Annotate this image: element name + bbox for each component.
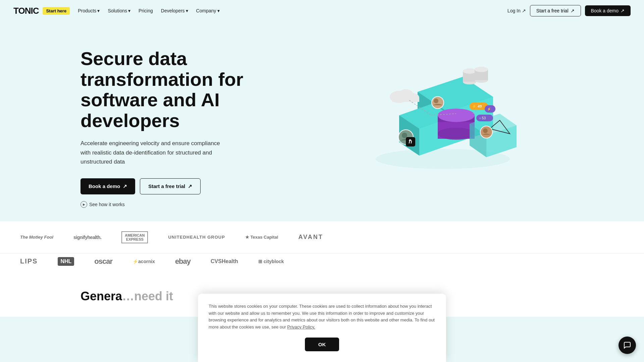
nav-products[interactable]: Products ▾	[74, 6, 103, 15]
svg-point-3	[463, 68, 476, 74]
svg-rect-10	[392, 98, 419, 102]
svg-point-6	[475, 67, 488, 72]
nav-trial-button[interactable]: Start a free trial ↗	[530, 5, 581, 16]
svg-point-15	[438, 128, 475, 140]
logo[interactable]: TONIC	[13, 6, 39, 16]
chat-icon	[623, 341, 631, 349]
logo-acornix: ⚡acornix	[132, 259, 155, 264]
hero-trial-button[interactable]: Start a free trial ↗	[140, 178, 201, 194]
hero-section: Secure data transformation for software …	[0, 21, 644, 221]
external-link-icon: ↗	[621, 8, 625, 13]
logo-avant: AVANT	[298, 234, 323, 241]
svg-text:⚡ 49: ⚡ 49	[472, 104, 482, 109]
logos-row-2: LIPS NHL oscar ⚡acornix ebay CVSHealth ⊞…	[0, 253, 644, 269]
nav-links: Products ▾ Solutions ▾ Pricing Developer…	[74, 6, 507, 15]
cookie-ok-button[interactable]: OK	[305, 338, 339, 351]
start-here-badge[interactable]: Start here	[43, 7, 70, 15]
hero-subtitle: Accelerate engineering velocity and ensu…	[80, 139, 228, 166]
play-circle-icon: ▶	[80, 201, 87, 208]
svg-point-25	[432, 97, 444, 109]
hero-content: Secure data transformation for software …	[80, 42, 248, 208]
logo-cityblock: ⊞ cityblock	[258, 259, 284, 264]
chevron-down-icon: ▾	[128, 8, 130, 13]
external-link-icon: ↗	[123, 183, 127, 189]
svg-text:⚡: ⚡	[487, 107, 491, 111]
svg-point-26	[434, 99, 438, 103]
svg-point-30	[483, 128, 488, 133]
chevron-down-icon: ▾	[217, 8, 220, 13]
logo-ebay: ebay	[175, 257, 191, 266]
hero-illustration-svg: ⚡ 49 ⚡ ○ 53 ℏ	[366, 48, 520, 176]
nav-developers[interactable]: Developers ▾	[158, 6, 192, 15]
hero-illustration: ⚡ 49 ⚡ ○ 53 ℏ	[262, 42, 624, 182]
svg-point-28	[402, 133, 407, 138]
logo-amex: AMERICAN EXPRESS	[121, 231, 148, 243]
chevron-down-icon: ▾	[186, 8, 188, 13]
login-link[interactable]: Log In ↗	[507, 8, 526, 13]
logo-oscar: oscar	[94, 257, 112, 266]
nav-solutions[interactable]: Solutions ▾	[104, 6, 134, 15]
svg-text:ℏ: ℏ	[409, 139, 412, 144]
external-link-icon: ↗	[571, 8, 575, 13]
logo-lips: LIPS	[20, 257, 38, 265]
logo-signify-health: signifyhealth.	[73, 235, 101, 240]
hero-demo-button[interactable]: Book a demo ↗	[80, 178, 135, 194]
nav-demo-button[interactable]: Book a demo ↗	[585, 5, 631, 16]
external-link-icon: ↗	[188, 183, 192, 189]
svg-text:○ 53: ○ 53	[479, 116, 486, 120]
logo-texas-capital: ★ Texas Capital	[245, 235, 278, 240]
cookie-banner: This website stores cookies on your comp…	[198, 294, 446, 362]
nav-pricing[interactable]: Pricing	[135, 6, 156, 15]
chat-button[interactable]	[619, 337, 636, 354]
nav-right: Log In ↗ Start a free trial ↗ Book a dem…	[507, 5, 631, 16]
logos-row-1: The Motley Fool signifyhealth. AMERICAN …	[0, 221, 644, 253]
chevron-down-icon: ▾	[97, 8, 100, 13]
privacy-policy-link[interactable]: Privacy Policy.	[287, 324, 315, 329]
cookie-text: This website stores cookies on your comp…	[209, 303, 435, 331]
logo-nhl: NHL	[58, 257, 74, 266]
external-link-icon: ↗	[522, 8, 526, 13]
logo-unitedhealth: UNITEDHEALTH GROUP	[168, 235, 225, 240]
navbar: TONIC Start here Products ▾ Solutions ▾ …	[0, 0, 644, 21]
hero-buttons: Book a demo ↗ Start a free trial ↗	[80, 178, 248, 194]
nav-company[interactable]: Company ▾	[193, 6, 223, 15]
svg-point-13	[438, 109, 475, 122]
logo-cvs-health: CVSHealth	[211, 258, 238, 264]
see-how-it-works-link[interactable]: ▶ See how it works	[80, 201, 248, 208]
hero-title: Secure data transformation for software …	[80, 48, 248, 131]
logo-motley-fool: The Motley Fool	[20, 235, 53, 240]
